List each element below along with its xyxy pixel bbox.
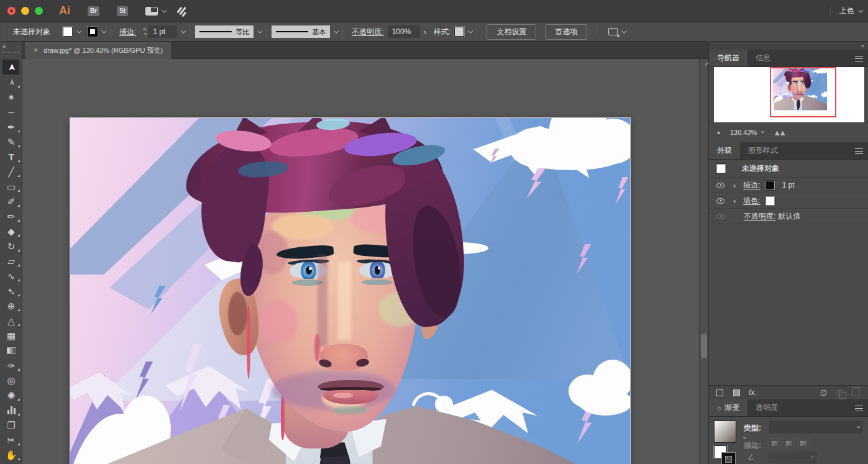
stroke-weight-stepper[interactable] (144, 29, 146, 35)
duplicate-item-icon[interactable] (837, 390, 843, 396)
gradient-angle-select[interactable] (769, 452, 817, 463)
appearance-opacity-label[interactable]: 不透明度: (744, 211, 775, 222)
eraser-tool[interactable]: ◆ (0, 224, 22, 239)
type-tool[interactable]: T (0, 149, 22, 164)
selection-tool[interactable]: ➤ (0, 60, 22, 75)
fill-color-chevron-icon[interactable] (76, 28, 81, 33)
shaper-tool[interactable]: ✏ (0, 209, 22, 224)
zoom-in-icon[interactable]: ▲▲ (773, 128, 784, 137)
opacity-more-button[interactable]: › (424, 27, 426, 37)
add-new-stroke-icon[interactable] (716, 389, 723, 396)
panel-menu-icon[interactable] (855, 56, 863, 61)
gpu-performance-icon[interactable] (176, 3, 192, 19)
fill-color-swatch[interactable] (765, 196, 775, 206)
visibility-eye-icon[interactable] (716, 183, 724, 188)
stock-button[interactable]: St (117, 6, 128, 16)
shape-builder-tool[interactable]: ⊕ (0, 298, 22, 313)
perspective-grid-tool[interactable]: △ (0, 313, 22, 328)
workspace-switcher-chevron-icon[interactable] (858, 7, 863, 12)
mesh-tool[interactable]: ▦ (0, 328, 22, 343)
stroke-color-chevron-icon[interactable] (101, 28, 106, 33)
tab-transparency[interactable]: 透明度 (747, 399, 786, 416)
panel-menu-icon[interactable] (855, 406, 863, 411)
arrange-documents-icon[interactable] (145, 7, 158, 16)
slice-tool[interactable]: ✂ (0, 432, 22, 447)
stroke-weight-input[interactable]: 1 pt (148, 25, 177, 38)
clear-appearance-icon[interactable]: ∅ (820, 388, 827, 398)
blend-tool[interactable]: ◎ (0, 373, 22, 388)
expand-row-icon[interactable]: › (733, 181, 736, 190)
visibility-eye-icon[interactable] (716, 198, 724, 204)
line-segment-tool[interactable]: ╱ (0, 164, 22, 179)
navigator-zoom-value[interactable]: 130.43% (730, 129, 757, 136)
pen-tool[interactable]: ✒ (0, 119, 22, 134)
gradient-swatch-chevron-icon[interactable] (743, 435, 747, 439)
expand-row-icon[interactable]: › (733, 196, 736, 206)
gradient-fill-stroke-proxy[interactable] (714, 445, 738, 464)
gradient-preview-swatch[interactable] (714, 421, 736, 443)
width-tool[interactable]: ∿ (0, 268, 22, 283)
tab-graphic-styles[interactable]: 图形样式 (740, 142, 786, 159)
scrollbar-thumb[interactable] (701, 334, 707, 358)
preferences-button[interactable]: 首选项 (545, 24, 587, 40)
width-profile-chevron-icon[interactable] (258, 28, 263, 33)
tab-info[interactable]: 信息 (747, 50, 779, 66)
document-tab[interactable]: × draw.jpg* @ 130.43% (RGB/GPU 预览) (25, 42, 172, 59)
tab-navigator[interactable]: 导航器 (709, 50, 747, 66)
stroke-color-swatch[interactable] (88, 27, 98, 37)
appearance-stroke-label[interactable]: 描边: (743, 180, 760, 191)
close-document-icon[interactable]: × (34, 46, 38, 55)
gradient-stroke-within-icon[interactable] (769, 438, 781, 448)
rectangle-tool[interactable]: ▭ (0, 179, 22, 194)
workspace-switcher[interactable]: 上色 (839, 6, 854, 16)
gradient-tool[interactable] (0, 343, 22, 358)
dock-collapse-button[interactable]: » (861, 42, 864, 49)
tools-expand-button[interactable]: » (2, 43, 19, 50)
arrange-documents-chevron-icon[interactable] (162, 7, 167, 12)
panel-menu-icon[interactable] (855, 148, 863, 154)
stroke-weight-label[interactable]: 描边: (119, 27, 136, 37)
tab-appearance[interactable]: 外观 (709, 142, 740, 159)
width-profile-select[interactable]: 等比 (195, 25, 254, 38)
brush-definition-select[interactable]: 基本 (272, 25, 330, 38)
canvas[interactable] (22, 59, 708, 464)
vertical-scrollbar[interactable] (699, 59, 708, 464)
curvature-tool[interactable]: ✎ (0, 134, 22, 149)
rotate-tool[interactable]: ↻ (0, 239, 22, 253)
brush-definition-chevron-icon[interactable] (334, 28, 339, 33)
add-effect-icon[interactable]: fx. (749, 388, 757, 397)
paintbrush-tool[interactable]: ✐ (0, 194, 22, 209)
select-similar-objects-icon[interactable] (608, 28, 618, 35)
opacity-label[interactable]: 不透明度: (352, 27, 383, 37)
panel-cycle-icon[interactable]: ◇ (717, 405, 721, 411)
navigator-zoom-chevron-icon[interactable] (761, 130, 765, 134)
gradient-type-select[interactable] (769, 421, 863, 434)
navigator-preview[interactable] (714, 67, 864, 122)
appearance-fill-label[interactable]: 填色: (743, 196, 760, 206)
puppet-warp-tool[interactable]: ➴ (0, 283, 22, 298)
stroke-color-swatch[interactable] (765, 181, 775, 190)
tools-drag-grip[interactable] (2, 52, 19, 53)
opacity-input[interactable]: 100% (388, 25, 420, 38)
fill-color-swatch[interactable] (63, 27, 73, 37)
appearance-row-stroke[interactable]: › 描边: 1 pt (709, 178, 868, 193)
artboard-tool[interactable]: ❐ (0, 417, 22, 432)
scale-tool[interactable]: ▱ (0, 253, 22, 268)
magic-wand-tool[interactable]: ✶ (0, 89, 22, 104)
gradient-stroke-along-icon[interactable] (783, 438, 795, 448)
hand-tool[interactable]: ✋ (0, 447, 22, 462)
tab-gradient[interactable]: ◇ 渐变 (709, 399, 747, 416)
appearance-row-fill[interactable]: › 填色: (709, 193, 868, 209)
zoom-out-icon[interactable]: ▲ (716, 129, 721, 135)
minimize-window-button[interactable] (21, 7, 29, 15)
column-graph-tool[interactable] (0, 403, 22, 417)
bridge-button[interactable]: Br (88, 6, 99, 16)
style-swatch[interactable] (454, 27, 464, 37)
symbol-sprayer-tool[interactable]: ✺ (0, 388, 22, 403)
lasso-tool[interactable]: ∽ (0, 104, 22, 119)
gradient-stroke-across-icon[interactable] (797, 438, 810, 448)
document-setup-button[interactable]: 文档设置 (487, 24, 536, 40)
appearance-row-opacity[interactable]: 不透明度: 默认值 (709, 209, 868, 224)
eyedropper-tool[interactable]: ✑ (0, 358, 22, 373)
style-chevron-icon[interactable] (468, 28, 473, 33)
